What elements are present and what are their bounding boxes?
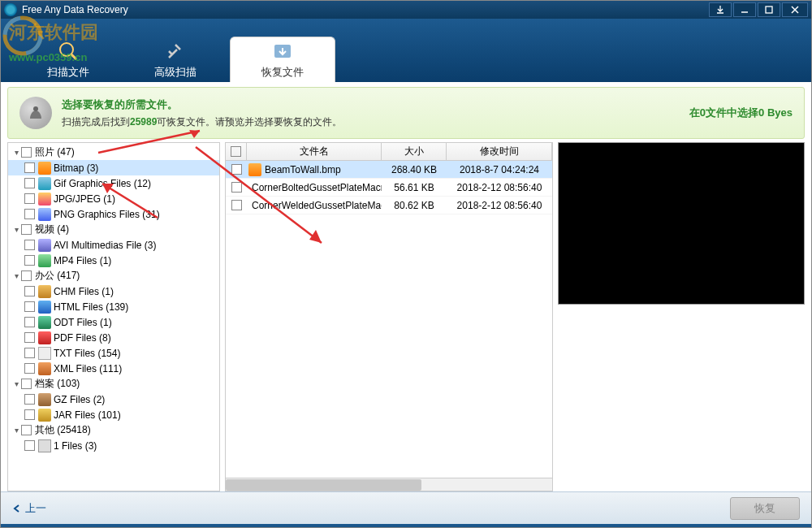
checkbox[interactable]: [24, 301, 35, 312]
close-button[interactable]: [782, 2, 808, 17]
maximize-button[interactable]: [758, 2, 780, 17]
tree-label: PDF Files (8): [54, 332, 111, 344]
file-name: CornerWeldedGussetPlateMac...: [252, 200, 382, 211]
file-row[interactable]: BeamToWall.bmp268.40 KB2018-8-7 04:24:24: [226, 161, 552, 179]
checkbox[interactable]: [24, 363, 35, 374]
filetype-icon: [38, 316, 51, 329]
header-checkbox-col[interactable]: [226, 143, 247, 160]
tab-bar: 扫描文件 高级扫描 恢复文件: [1, 19, 811, 82]
file-icon: [248, 163, 261, 176]
tab-label: 恢复文件: [261, 65, 304, 80]
tree-item[interactable]: PNG Graphics Files (31): [8, 206, 219, 222]
checkbox[interactable]: [231, 200, 242, 210]
tree-label: 档案 (103): [35, 377, 80, 391]
checkbox[interactable]: [24, 332, 35, 343]
checkbox[interactable]: [24, 162, 35, 173]
tree-label: 办公 (417): [35, 269, 80, 283]
tree-item[interactable]: 1 Files (3): [8, 438, 219, 453]
filetype-icon: [38, 208, 51, 221]
tab-advanced-scan[interactable]: 高级扫描: [123, 37, 228, 82]
titlebar: Free Any Data Recovery: [1, 1, 811, 19]
svg-rect-0: [766, 6, 772, 13]
filetype-icon: [38, 239, 51, 252]
file-header: 文件名 大小 修改时间: [226, 143, 552, 161]
tree-category[interactable]: ▾档案 (103): [8, 376, 219, 392]
app-logo-icon: [4, 3, 17, 16]
checkbox[interactable]: [24, 348, 35, 358]
file-list-body[interactable]: BeamToWall.bmp268.40 KB2018-8-7 04:24:24…: [226, 161, 552, 478]
tab-recover-files[interactable]: 恢复文件: [230, 37, 335, 82]
checkbox[interactable]: [21, 147, 32, 158]
download-button[interactable]: [709, 2, 732, 17]
recover-button[interactable]: 恢复: [730, 497, 800, 520]
filetype-icon: [38, 254, 51, 267]
file-row[interactable]: CornerBoltedGussetPlateMacr...56.61 KB20…: [226, 179, 552, 197]
preview-image: [558, 142, 805, 305]
tree-item[interactable]: JAR Files (101): [8, 407, 219, 422]
category-tree[interactable]: ▾照片 (47)Bitmap (3)Gif Graphics Files (12…: [7, 142, 220, 491]
file-date: 2018-2-12 08:56:40: [447, 200, 552, 211]
tree-label: 其他 (25418): [35, 423, 91, 437]
tree-item[interactable]: GZ Files (2): [8, 392, 219, 407]
checkbox[interactable]: [24, 286, 35, 296]
svg-point-5: [33, 106, 38, 111]
tree-item[interactable]: HTML Files (139): [8, 299, 219, 314]
scan-icon: [57, 40, 80, 63]
checkbox[interactable]: [24, 255, 35, 266]
horizontal-scrollbar[interactable]: [226, 478, 552, 491]
tree-label: HTML Files (139): [54, 301, 128, 313]
tree-label: GZ Files (2): [54, 394, 105, 405]
checkbox[interactable]: [24, 193, 35, 204]
checkbox[interactable]: [24, 409, 35, 420]
filetype-icon: [38, 439, 51, 452]
arrow-left-icon: [12, 504, 22, 513]
tree-item[interactable]: XML Files (111): [8, 361, 219, 376]
expand-icon[interactable]: ▾: [11, 379, 21, 388]
tree-category[interactable]: ▾照片 (47): [8, 145, 219, 160]
tree-category[interactable]: ▾办公 (417): [8, 268, 219, 283]
checkbox[interactable]: [24, 240, 35, 250]
checkbox[interactable]: [24, 209, 35, 219]
file-date: 2018-8-7 04:24:24: [447, 164, 552, 175]
footer-bar: 上一 恢复: [1, 491, 811, 524]
header-name[interactable]: 文件名: [247, 143, 382, 160]
tree-item[interactable]: ODT Files (1): [8, 314, 219, 330]
selection-status: 在0文件中选择0 Byes: [689, 106, 793, 120]
tree-item[interactable]: AVI Multimedias File (3): [8, 237, 219, 253]
expand-icon[interactable]: ▾: [11, 148, 21, 157]
tree-item[interactable]: CHM Files (1): [8, 283, 219, 299]
back-button[interactable]: 上一: [12, 501, 46, 516]
filetype-icon: [38, 162, 51, 175]
expand-icon[interactable]: ▾: [11, 225, 21, 234]
tree-item[interactable]: Bitmap (3): [8, 160, 219, 175]
checkbox[interactable]: [231, 164, 242, 175]
header-date[interactable]: 修改时间: [447, 143, 552, 160]
tree-item[interactable]: PDF Files (8): [8, 330, 219, 345]
tree-item[interactable]: TXT Files (154): [8, 345, 219, 361]
tree-category[interactable]: ▾视频 (4): [8, 222, 219, 237]
expand-icon[interactable]: ▾: [11, 271, 21, 280]
tree-item[interactable]: Gif Graphics Files (12): [8, 175, 219, 191]
tree-category[interactable]: ▾其他 (25418): [8, 422, 219, 438]
tab-scan-files[interactable]: 扫描文件: [15, 37, 121, 82]
checkbox[interactable]: [24, 394, 35, 405]
checkbox[interactable]: [21, 270, 32, 281]
expand-icon[interactable]: ▾: [11, 426, 21, 435]
checkbox[interactable]: [21, 425, 32, 435]
file-row[interactable]: CornerWeldedGussetPlateMac...80.62 KB201…: [226, 197, 552, 214]
minimize-button[interactable]: [733, 2, 756, 17]
checkbox[interactable]: [24, 178, 35, 188]
tree-item[interactable]: JPG/JPEG (1): [8, 191, 219, 206]
checkbox[interactable]: [24, 317, 35, 327]
checkbox[interactable]: [24, 440, 35, 451]
file-date: 2018-2-12 08:56:40: [447, 182, 552, 193]
filetype-icon: [38, 347, 51, 360]
tree-item[interactable]: MP4 Files (1): [8, 253, 219, 268]
checkbox[interactable]: [21, 224, 32, 235]
checkbox[interactable]: [231, 182, 242, 193]
checkbox[interactable]: [21, 379, 32, 389]
file-size: 268.40 KB: [382, 164, 447, 175]
app-title: Free Any Data Recovery: [22, 4, 707, 15]
tree-label: Gif Graphics Files (12): [54, 178, 151, 189]
header-size[interactable]: 大小: [382, 143, 447, 160]
